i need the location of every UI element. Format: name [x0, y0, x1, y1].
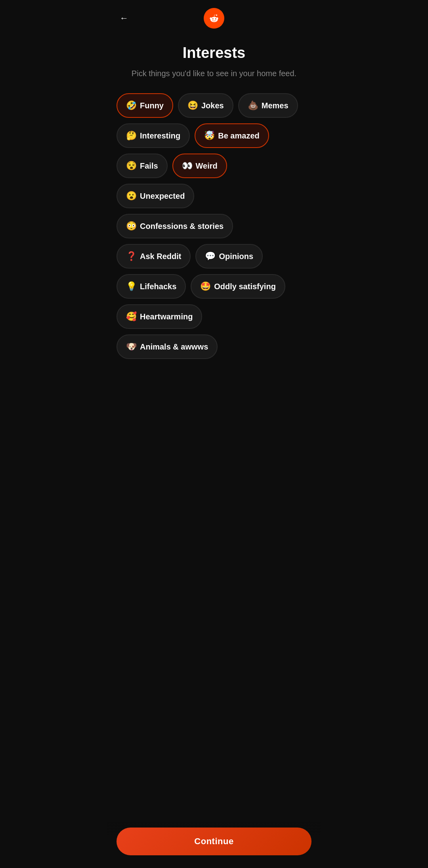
reddit-icon [208, 12, 220, 25]
interests-container: 🤣Funny😆Jokes💩Memes🤔Interesting🤯Be amazed… [107, 85, 321, 407]
interest-chip-funny[interactable]: 🤣Funny [117, 93, 173, 118]
interest-label-jokes: Jokes [201, 101, 224, 110]
interest-chip-jokes[interactable]: 😆Jokes [178, 93, 233, 118]
interest-emoji-opinions: 💬 [205, 251, 216, 261]
interest-label-unexpected: Unexpected [140, 192, 185, 201]
interest-chip-lifehacks[interactable]: 💡Lifehacks [117, 274, 186, 299]
interests-row: 🤣Funny😆Jokes💩Memes [117, 93, 311, 118]
interest-emoji-funny: 🤣 [126, 100, 137, 111]
interest-chip-unexpected[interactable]: 😮Unexpected [117, 184, 194, 208]
interest-emoji-interesting: 🤔 [126, 131, 137, 141]
interest-label-funny: Funny [140, 101, 164, 110]
interest-label-heartwarming: Heartwarming [140, 312, 193, 321]
interest-chip-oddly-satisfying[interactable]: 🤩Oddly satisfying [191, 274, 285, 299]
back-button[interactable]: ← [117, 10, 132, 27]
continue-bar: Continue [107, 821, 321, 868]
interest-label-oddly-satisfying: Oddly satisfying [214, 282, 276, 291]
interest-emoji-ask-reddit: ❓ [126, 251, 137, 261]
interest-emoji-be-amazed: 🤯 [204, 131, 215, 141]
interest-label-lifehacks: Lifehacks [140, 282, 176, 291]
interest-label-confessions: Confessions & stories [140, 222, 224, 231]
interests-row: 🐶Animals & awwws [117, 334, 311, 359]
interest-emoji-jokes: 😆 [187, 100, 198, 111]
interest-chip-confessions[interactable]: 😳Confessions & stories [117, 214, 233, 238]
interest-label-be-amazed: Be amazed [218, 131, 260, 140]
interests-row: 😮Unexpected [117, 184, 311, 208]
interests-row: 😳Confessions & stories [117, 214, 311, 238]
continue-button[interactable]: Continue [117, 828, 311, 855]
interests-row: 😵Fails👀Weird [117, 154, 311, 178]
interest-chip-animals[interactable]: 🐶Animals & awwws [117, 334, 218, 359]
interest-emoji-memes: 💩 [248, 100, 258, 111]
interest-label-animals: Animals & awwws [140, 342, 208, 351]
interests-row: 💡Lifehacks🤩Oddly satisfying [117, 274, 311, 299]
interests-row: ❓Ask Reddit💬Opinions [117, 244, 311, 269]
interest-emoji-lifehacks: 💡 [126, 281, 137, 292]
interest-label-memes: Memes [262, 101, 289, 110]
interest-chip-fails[interactable]: 😵Fails [117, 154, 168, 178]
interest-chip-memes[interactable]: 💩Memes [238, 93, 298, 118]
interest-label-ask-reddit: Ask Reddit [140, 252, 181, 261]
header: ← [107, 0, 321, 33]
interest-chip-opinions[interactable]: 💬Opinions [195, 244, 263, 269]
title-section: Interests Pick things you'd like to see … [107, 33, 321, 85]
interest-emoji-unexpected: 😮 [126, 191, 137, 201]
reddit-logo [204, 8, 224, 29]
interests-row: 🥰Heartwarming [117, 304, 311, 329]
interest-emoji-weird: 👀 [182, 161, 193, 171]
interest-emoji-confessions: 😳 [126, 221, 137, 231]
page-subtitle: Pick things you'd like to see in your ho… [117, 68, 311, 79]
interest-chip-interesting[interactable]: 🤔Interesting [117, 123, 190, 148]
interest-emoji-heartwarming: 🥰 [126, 311, 137, 322]
interest-chip-heartwarming[interactable]: 🥰Heartwarming [117, 304, 202, 329]
interest-emoji-fails: 😵 [126, 161, 137, 171]
interest-chip-be-amazed[interactable]: 🤯Be amazed [195, 123, 269, 148]
interest-emoji-oddly-satisfying: 🤩 [200, 281, 211, 292]
interest-label-fails: Fails [140, 161, 158, 171]
interests-row: 🤔Interesting🤯Be amazed [117, 123, 311, 148]
page-title: Interests [117, 44, 311, 61]
interest-chip-weird[interactable]: 👀Weird [172, 154, 227, 178]
interest-label-weird: Weird [196, 161, 218, 171]
interest-label-opinions: Opinions [219, 252, 253, 261]
interest-chip-ask-reddit[interactable]: ❓Ask Reddit [117, 244, 191, 269]
interest-label-interesting: Interesting [140, 131, 180, 140]
interest-emoji-animals: 🐶 [126, 342, 137, 352]
